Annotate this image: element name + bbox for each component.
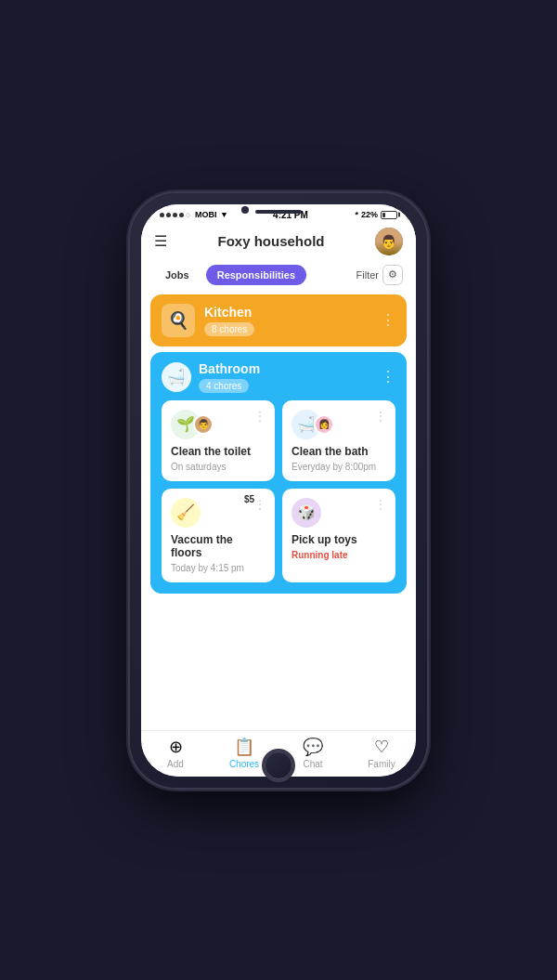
- nav-add[interactable]: ⊕ Add: [141, 737, 210, 769]
- chore-menu-bath[interactable]: ⋮: [375, 410, 386, 423]
- wifi-icon: ▾: [222, 210, 227, 219]
- chore-img-toys: 🎲: [291, 498, 321, 528]
- chore-time-toilet: On saturdays: [171, 462, 266, 472]
- tab-responsibilities[interactable]: Responsibilities: [206, 265, 306, 285]
- bathroom-chores-badge: 4 chores: [199, 379, 249, 393]
- user-avatar-bath: 👩: [314, 414, 334, 435]
- add-icon: ⊕: [169, 737, 183, 757]
- avatar[interactable]: 👨: [375, 228, 403, 255]
- kitchen-title: Kitchen: [204, 305, 371, 320]
- filter-icon: ⚙: [382, 265, 403, 285]
- battery-percent: 22%: [361, 210, 378, 219]
- kitchen-info: Kitchen 8 chores: [204, 305, 371, 336]
- chore-time-toys: Running late: [291, 550, 386, 560]
- chore-card-clean-toilet[interactable]: 🌱 👨 ⋮ Clean the toilet On saturdays: [162, 400, 275, 481]
- bathroom-title: Bathroom: [199, 361, 373, 376]
- menu-button[interactable]: ☰: [154, 232, 167, 250]
- chore-grid: 🌱 👨 ⋮ Clean the toilet On saturdays 🛁: [162, 400, 395, 582]
- chore-icons-toys: 🎲: [291, 498, 321, 528]
- tabs-row: Jobs Responsibilities Filter ⚙: [141, 261, 416, 289]
- bathroom-info: Bathroom 4 chores: [199, 361, 373, 393]
- tab-jobs[interactable]: Jobs: [154, 265, 201, 285]
- page-title: Foxy household: [217, 233, 324, 249]
- chat-icon: 💬: [303, 737, 323, 757]
- bathroom-menu-button[interactable]: ⋮: [381, 368, 395, 385]
- chore-icons-bath: 🛁 👩: [291, 410, 334, 439]
- kitchen-menu-button[interactable]: ⋮: [381, 311, 395, 329]
- chore-card-vaccum[interactable]: 🧹 $5 ⋮ Vaccum the floors Today by 4:15 p…: [162, 489, 275, 582]
- avatar-image: 👨: [375, 228, 403, 255]
- bathroom-header: 🛁 Bathroom 4 chores ⋮: [162, 361, 395, 393]
- bluetooth-icon: *: [355, 210, 358, 219]
- chores-icon: 📋: [234, 737, 254, 757]
- chore-name-bath: Clean the bath: [291, 445, 386, 458]
- bathroom-icon: 🛁: [162, 362, 191, 392]
- app-header: ☰ Foxy household 👨: [141, 222, 416, 261]
- chore-menu-toilet[interactable]: ⋮: [254, 410, 266, 423]
- filter-button[interactable]: Filter ⚙: [356, 265, 403, 285]
- family-icon: ♡: [374, 737, 389, 757]
- price-badge-vaccum: $5: [244, 494, 254, 504]
- chore-time-vaccum: Today by 4:15 pm: [171, 563, 266, 573]
- kitchen-icon: 🍳: [162, 304, 195, 337]
- user-avatar-toilet: 👨: [193, 414, 214, 435]
- bathroom-section: 🛁 Bathroom 4 chores ⋮ 🌱: [150, 352, 407, 594]
- chore-time-bath: Everyday by 8:00pm: [291, 462, 386, 472]
- chore-name-vaccum: Vaccum the floors: [171, 533, 266, 559]
- nav-family[interactable]: ♡ Family: [347, 737, 416, 769]
- chore-menu-vaccum[interactable]: ⋮: [254, 498, 266, 511]
- home-button[interactable]: [262, 749, 295, 782]
- chore-icons-vaccum: 🧹: [171, 498, 201, 528]
- chore-menu-toys[interactable]: ⋮: [375, 498, 386, 511]
- chore-img-vaccum: 🧹: [171, 498, 201, 528]
- carrier-label: MOBI: [195, 210, 217, 219]
- chore-name-toys: Pick up toys: [291, 533, 386, 546]
- chore-name-toilet: Clean the toilet: [171, 445, 266, 458]
- kitchen-card[interactable]: 🍳 Kitchen 8 chores ⋮: [150, 294, 407, 346]
- chore-card-clean-bath[interactable]: 🛁 👩 ⋮ Clean the bath Everyday by 8:00pm: [282, 400, 395, 481]
- chore-icons: 🌱 👨: [171, 410, 214, 439]
- scroll-content: 🍳 Kitchen 8 chores ⋮ 🛁 Bathroom 4 chores: [141, 289, 416, 750]
- kitchen-chores-badge: 8 chores: [204, 322, 254, 336]
- battery-icon: [381, 211, 397, 219]
- chore-card-toys[interactable]: 🎲 ⋮ Pick up toys Running late: [282, 489, 395, 582]
